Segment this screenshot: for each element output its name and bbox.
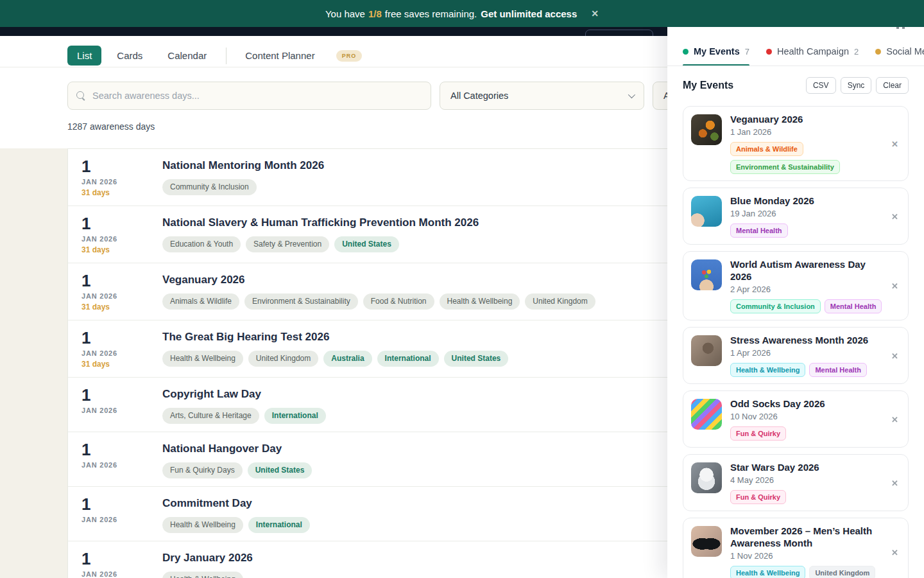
event-thumbnail <box>691 114 722 145</box>
panel-action-button[interactable]: Clear <box>876 77 909 94</box>
remove-event-icon[interactable]: ✕ <box>891 478 898 487</box>
row-body: National Mentoring Month 2026 Community … <box>162 158 324 198</box>
remove-event-icon[interactable]: ✕ <box>891 211 898 221</box>
banner-close-icon[interactable]: ✕ <box>591 8 599 19</box>
saved-event-card[interactable]: Stress Awareness Month 2026 1 Apr 2026 H… <box>683 327 909 384</box>
nav-button-partial[interactable] <box>585 30 653 36</box>
category-tag[interactable]: Education & Youth <box>162 236 241 252</box>
event-date: 10 Nov 2026 <box>730 412 825 422</box>
remove-event-icon[interactable]: ✕ <box>891 139 898 148</box>
date-day: 1 <box>81 272 162 289</box>
category-tag[interactable]: United States <box>444 351 509 367</box>
awareness-day-title[interactable]: National Slavery & Human Trafficking Pre… <box>162 216 479 230</box>
row-tags: Fun & Quirky Days United States <box>162 462 312 478</box>
row-tags: Health & Wellbeing <box>162 572 253 578</box>
category-tag[interactable]: United Kingdom <box>525 293 595 310</box>
date-month-year: JAN 2026 <box>81 406 162 415</box>
awareness-day-title[interactable]: Dry January 2026 <box>162 551 253 565</box>
tab-list[interactable]: List <box>67 46 101 66</box>
event-title: Veganuary 2026 <box>730 113 884 125</box>
row-tags: Community & Inclusion <box>162 179 324 195</box>
panel-tab[interactable]: My Events 7 <box>683 37 749 66</box>
panel-action-button[interactable]: CSV <box>806 77 836 94</box>
date-day: 1 <box>81 441 162 458</box>
category-tag[interactable]: Community & Inclusion <box>162 179 257 195</box>
date-block: 1 JAN 2026 <box>68 387 162 424</box>
category-tag[interactable]: International <box>248 517 310 533</box>
remove-event-icon[interactable]: ✕ <box>891 281 898 291</box>
row-body: Commitment Day Health & Wellbeing Intern… <box>162 496 310 533</box>
panel-tab[interactable]: Health Campaign 2 <box>766 37 859 66</box>
saved-event-card[interactable]: Blue Monday 2026 19 Jan 2026 Mental Heal… <box>683 188 909 245</box>
category-tag[interactable]: United Kingdom <box>248 351 318 367</box>
category-tag[interactable]: United States <box>248 462 312 478</box>
category-tag[interactable]: Health & Wellbeing <box>162 351 243 367</box>
search-input[interactable] <box>92 91 422 101</box>
saved-event-card[interactable]: Star Wars Day 2026 4 May 2026 Fun & Quir… <box>683 454 909 511</box>
event-card-body: Movember 2026 – Men’s Health Awareness M… <box>730 525 900 578</box>
category-tag[interactable]: Arts, Culture & Heritage <box>162 408 259 424</box>
saved-events-list: Veganuary 2026 1 Jan 2026 Animals & Wild… <box>667 103 924 578</box>
saved-event-card[interactable]: Veganuary 2026 1 Jan 2026 Animals & Wild… <box>683 106 909 181</box>
category-tag[interactable]: Health & Wellbeing <box>162 572 243 578</box>
event-tags: Health & Wellbeing United Kingdom <box>730 566 884 578</box>
date-block: 1 JAN 2026 31 days <box>68 550 162 578</box>
category-tag[interactable]: Fun & Quirky Days <box>162 462 243 478</box>
date-block: 1 JAN 2026 31 days <box>68 215 162 255</box>
event-card-body: Stress Awareness Month 2026 1 Apr 2026 H… <box>730 334 885 377</box>
tab-content-planner[interactable]: Content Planner <box>235 46 324 66</box>
banner-text-suffix: free saves remaining. <box>385 8 477 19</box>
awareness-day-title[interactable]: National Mentoring Month 2026 <box>162 159 324 173</box>
event-card-body: World Autism Awareness Day 2026 2 Apr 20… <box>730 258 900 313</box>
category-filter-value: All Categories <box>450 91 508 101</box>
date-day: 1 <box>81 550 162 567</box>
category-filter-select[interactable]: All Categories <box>440 82 644 110</box>
event-date: 1 Jan 2026 <box>730 127 884 137</box>
panel-tab-label: Social Med <box>886 46 924 57</box>
get-unlimited-access-link[interactable]: Get unlimited access <box>481 8 577 19</box>
event-tags: Fun & Quirky <box>730 490 819 504</box>
category-tag[interactable]: Health & Wellbeing <box>440 293 520 310</box>
date-day: 1 <box>81 496 162 512</box>
awareness-day-title[interactable]: Copyright Law Day <box>162 387 326 401</box>
remove-event-icon[interactable]: ✕ <box>891 351 898 360</box>
panel-tab[interactable]: Social Med <box>875 37 924 66</box>
panel-resize-icon-partial[interactable] <box>896 27 907 30</box>
category-tag[interactable]: Health & Wellbeing <box>162 517 243 533</box>
category-tag[interactable]: International <box>264 408 326 424</box>
awareness-day-title[interactable]: National Hangover Day <box>162 442 312 456</box>
tabs-divider <box>226 48 227 64</box>
category-tag[interactable]: Environment & Sustainability <box>244 293 358 310</box>
awareness-day-title[interactable]: Commitment Day <box>162 496 310 511</box>
category-tag[interactable]: International <box>377 351 439 367</box>
event-date: 2 Apr 2026 <box>730 285 884 295</box>
date-block: 1 JAN 2026 31 days <box>68 329 162 369</box>
tab-cards[interactable]: Cards <box>107 46 152 66</box>
tab-calendar[interactable]: Calendar <box>158 46 216 66</box>
saved-event-card[interactable]: Movember 2026 – Men’s Health Awareness M… <box>683 518 909 578</box>
date-duration: 31 days <box>81 302 162 312</box>
event-card-body: Veganuary 2026 1 Jan 2026 Animals & Wild… <box>730 113 900 174</box>
category-tag[interactable]: Australia <box>323 351 372 367</box>
awareness-day-title[interactable]: Veganuary 2026 <box>162 273 595 287</box>
panel-header-buttons: CSV Sync Clear <box>806 77 909 94</box>
row-body: Veganuary 2026 Animals & Wildlife Enviro… <box>162 272 595 312</box>
date-month-year: JAN 2026 <box>81 570 162 578</box>
category-tag[interactable]: Safety & Prevention <box>246 236 329 252</box>
category-tag[interactable]: Animals & Wildlife <box>162 293 239 310</box>
remove-event-icon[interactable]: ✕ <box>891 414 898 424</box>
remove-event-icon[interactable]: ✕ <box>891 548 898 557</box>
event-title: Odd Socks Day 2026 <box>730 398 825 410</box>
saved-event-card[interactable]: Odd Socks Day 2026 10 Nov 2026 Fun & Qui… <box>683 390 909 448</box>
event-date: 1 Apr 2026 <box>730 348 868 358</box>
panel-action-button[interactable]: Sync <box>841 77 872 94</box>
saved-event-card[interactable]: World Autism Awareness Day 2026 2 Apr 20… <box>683 251 909 320</box>
event-thumbnail <box>691 259 722 290</box>
event-category-badge: Environment & Sustainability <box>730 160 840 174</box>
event-card-body: Odd Socks Day 2026 10 Nov 2026 Fun & Qui… <box>730 398 842 441</box>
awareness-day-title[interactable]: The Great Big Hearing Test 2026 <box>162 330 508 344</box>
category-tag[interactable]: United States <box>334 236 399 252</box>
category-tag[interactable]: Food & Nutrition <box>363 293 434 310</box>
event-category-badge: Animals & Wildlife <box>730 142 803 156</box>
row-tags: Education & Youth Safety & Prevention Un… <box>162 236 479 252</box>
